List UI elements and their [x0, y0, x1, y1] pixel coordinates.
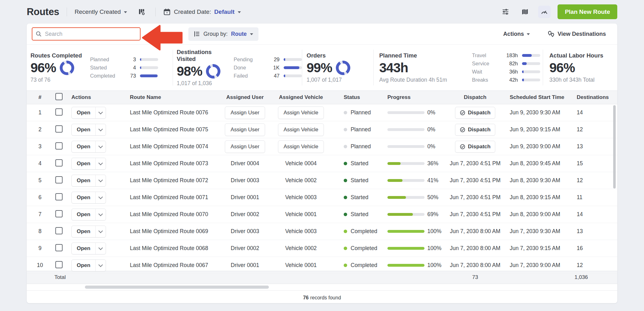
assign-user-button[interactable]: Assign User	[225, 106, 265, 119]
chevron-down-icon	[98, 228, 103, 233]
open-button[interactable]: Open	[71, 226, 106, 237]
assigned-vehicle-cell: Vehicle 0001	[270, 262, 332, 269]
assign-user-button[interactable]: Assign User	[225, 140, 265, 153]
actions-dropdown[interactable]: Actions	[501, 30, 532, 38]
open-button[interactable]: Open	[71, 243, 106, 254]
kpi-legend: Pending29Done1KFailed47	[234, 57, 302, 79]
dashboard-speedometer-icon[interactable]	[538, 6, 551, 18]
row-actions-cell: Open	[69, 158, 122, 170]
legend-label: Completed	[90, 73, 123, 79]
kpi-value: 96%	[549, 60, 575, 75]
view-destinations-button[interactable]: View Destinations	[546, 30, 608, 38]
status-cell: Started	[332, 177, 384, 184]
open-button[interactable]: Open	[71, 107, 106, 119]
legend-bar	[522, 62, 540, 65]
open-button[interactable]: Open	[71, 209, 106, 221]
horizontal-scrollbar-thumb[interactable]	[85, 286, 269, 289]
status-cell: Completed	[332, 228, 384, 235]
row-number: 10	[31, 262, 49, 269]
progress-bar	[387, 196, 425, 199]
assign-vehicle-button[interactable]: Assign Vehicle	[278, 140, 324, 153]
open-menu-toggle[interactable]	[96, 141, 106, 152]
open-button[interactable]: Open	[71, 175, 106, 187]
tune-filters-icon[interactable]	[499, 6, 512, 18]
row-checkbox[interactable]	[55, 227, 63, 234]
chevron-down-icon	[98, 262, 103, 267]
legend-bar	[140, 74, 158, 77]
open-menu-toggle[interactable]	[96, 226, 106, 237]
open-menu-toggle[interactable]	[96, 124, 106, 135]
status-dot-icon	[344, 179, 347, 182]
assigned-user-name: Driver 0001	[231, 262, 259, 268]
row-checkbox[interactable]	[55, 125, 63, 133]
created-date-value: Default	[214, 8, 234, 15]
dispatch-button[interactable]: Dispatch	[455, 141, 495, 153]
open-button[interactable]: Open	[71, 141, 106, 153]
open-menu-toggle[interactable]	[96, 175, 106, 186]
assigned-user-cell: Assign User	[220, 106, 270, 119]
row-checkbox[interactable]	[55, 142, 63, 150]
assign-user-button[interactable]: Assign User	[225, 123, 265, 136]
assigned-user-name: Driver 0003	[231, 228, 259, 234]
row-checkbox[interactable]	[55, 108, 63, 116]
map-icon[interactable]	[519, 6, 531, 18]
row-number: 5	[31, 177, 49, 184]
records-count: 76	[303, 295, 309, 301]
row-checkbox[interactable]	[55, 244, 63, 251]
open-menu-toggle[interactable]	[96, 260, 106, 271]
group-by-dropdown[interactable]: Group by: Route	[188, 27, 258, 41]
open-button-label: Open	[72, 124, 96, 135]
open-menu-toggle[interactable]	[96, 192, 106, 203]
open-button[interactable]: Open	[71, 124, 106, 136]
assigned-vehicle-name: Vehicle 0003	[285, 228, 317, 234]
status-cell: Started	[332, 211, 384, 218]
open-menu-toggle[interactable]	[96, 158, 106, 169]
row-checkbox[interactable]	[55, 176, 63, 183]
dispatch-button[interactable]: Dispatch	[455, 124, 495, 136]
assigned-vehicle-cell: Vehicle 0002	[270, 177, 332, 184]
assign-vehicle-button[interactable]: Assign Vehicle	[278, 106, 324, 119]
table-row: 4OpenLast Mile Optimized Route 0073Drive…	[27, 155, 617, 172]
open-button-label: Open	[72, 192, 96, 203]
progress-cell: 100%	[384, 262, 442, 269]
kpi-subtitle: 1,007 of 1,017	[307, 77, 350, 83]
progress-bar	[387, 145, 425, 148]
sort-dropdown[interactable]: Recently Created	[75, 8, 127, 15]
row-checkbox[interactable]	[55, 159, 63, 166]
plan-new-route-button[interactable]: Plan New Route	[558, 4, 617, 19]
vertical-scrollbar-thumb[interactable]	[613, 105, 616, 188]
status-dot-icon	[344, 196, 347, 199]
row-checkbox[interactable]	[55, 210, 63, 217]
row-checkbox[interactable]	[55, 193, 63, 200]
table-row: 9OpenLast Mile Optimized Route 0068Drive…	[27, 240, 617, 257]
open-button[interactable]: Open	[71, 158, 106, 170]
open-menu-toggle[interactable]	[96, 243, 106, 254]
row-checkbox[interactable]	[55, 261, 63, 268]
created-date-filter[interactable]: Created Date: Default	[163, 8, 241, 16]
dispatch-button-label: Dispatch	[468, 110, 491, 116]
legend-value: 73	[123, 73, 136, 79]
open-menu-toggle[interactable]	[96, 209, 106, 220]
assign-vehicle-button[interactable]: Assign Vehicle	[278, 123, 324, 136]
assigned-user-cell: Driver 0002	[220, 245, 270, 252]
dispatch-button[interactable]: Dispatch	[455, 107, 495, 119]
dispatch-check-icon	[460, 144, 465, 150]
search-input[interactable]	[32, 27, 141, 41]
open-button[interactable]: Open	[71, 192, 106, 204]
select-all-checkbox[interactable]	[55, 93, 63, 100]
page-title: Routes	[27, 6, 59, 18]
legend-value: 47	[266, 73, 280, 79]
progress-label: 0%	[427, 143, 435, 150]
columns-settings-icon[interactable]	[135, 6, 148, 18]
table-row: 3OpenLast Mile Optimized Route 0074Assig…	[27, 138, 617, 155]
row-select-cell	[49, 176, 69, 185]
search-icon	[36, 31, 42, 37]
route-name-cell: Last Mile Optimized Route 0068	[122, 245, 220, 252]
kpi-subtitle: 330h of 343h Total	[549, 77, 603, 83]
row-select-cell	[49, 261, 69, 270]
open-menu-toggle[interactable]	[96, 107, 106, 118]
legend-bar	[284, 74, 302, 77]
row-number: 6	[31, 194, 49, 201]
column-header-dispatch: Dispatch	[442, 94, 508, 101]
open-button[interactable]: Open	[71, 259, 106, 271]
